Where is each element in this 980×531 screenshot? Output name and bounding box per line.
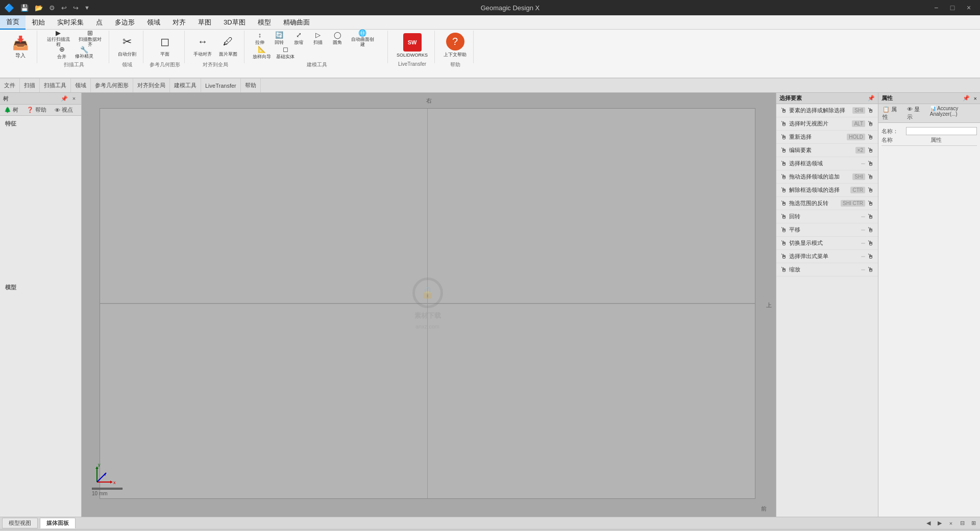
menu-item-model[interactable]: 模型 bbox=[252, 15, 277, 30]
redo-quick-btn[interactable]: ↪ bbox=[71, 3, 81, 13]
viewport[interactable]: 右 上 前 🔒 素材下载 anxz.com bbox=[82, 93, 776, 517]
minimize-btn[interactable]: − bbox=[929, 3, 943, 13]
select-item-3[interactable]: 🖱 编辑要素 ×2 🖱 bbox=[776, 144, 878, 157]
menu-item-realtime[interactable]: 实时采集 bbox=[51, 15, 90, 30]
toolbar-section-align[interactable]: 对齐到全局 bbox=[133, 79, 170, 92]
bottom-tab-media[interactable]: 媒体面板 bbox=[40, 518, 76, 528]
select-panel-pin-btn[interactable]: 📌 bbox=[868, 95, 875, 102]
left-tab-view[interactable]: 👁 视点 bbox=[51, 105, 77, 115]
manual-align-btn[interactable]: ↔ 手动对齐 bbox=[191, 32, 214, 59]
select-item-11[interactable]: 🖱 选择弹出式菜单 🖱 bbox=[776, 250, 878, 263]
left-panel-close-btn[interactable]: × bbox=[70, 94, 78, 103]
maximize-btn[interactable]: □ bbox=[945, 3, 960, 13]
face-sketch-btn[interactable]: 🖊 面片草图 bbox=[216, 32, 240, 59]
revolve-btn[interactable]: 🔄 回转 bbox=[270, 32, 288, 45]
sweep-icon: ▷ bbox=[313, 31, 323, 39]
vp-quad-tr[interactable] bbox=[428, 109, 755, 304]
select-item-12[interactable]: 🖱 缩放 🖱 bbox=[776, 263, 878, 276]
menu-item-region[interactable]: 领域 bbox=[141, 15, 166, 30]
select-item-7[interactable]: 🖱 拖选范围的反转 SHI CTR 🖱 bbox=[776, 197, 878, 210]
repair-btn[interactable]: 🔧 修补精灵 bbox=[73, 46, 95, 59]
scan-align-btn[interactable]: ⊞ 扫描数据对齐 bbox=[75, 32, 105, 45]
viewport-bottom-label: 前 bbox=[761, 505, 767, 513]
close-btn[interactable]: × bbox=[962, 3, 976, 13]
save-quick-btn[interactable]: 💾 bbox=[18, 3, 31, 13]
open-quick-btn[interactable]: 📂 bbox=[33, 3, 45, 13]
toolbar-section-build[interactable]: 建模工具 bbox=[170, 79, 201, 92]
base-solid-btn[interactable]: ◻ 基础实体 bbox=[274, 46, 297, 59]
toolbar-section-scan-tools[interactable]: 扫描工具 bbox=[40, 79, 71, 92]
bottom-nav-close[interactable]: × bbox=[946, 519, 955, 528]
select-item-5[interactable]: 🖱 拖动选择领域的追加 SHI 🖱 bbox=[776, 170, 878, 184]
menu-item-sketch[interactable]: 草图 bbox=[192, 15, 217, 30]
menu-item-align[interactable]: 对齐 bbox=[166, 15, 192, 30]
vp-quad-br[interactable] bbox=[428, 304, 755, 498]
left-tab-tree[interactable]: 🌲 树 bbox=[0, 105, 22, 115]
prop-tab-display[interactable]: 👁 显示 bbox=[903, 104, 926, 122]
bottom-nav-plus[interactable]: ⊞ bbox=[969, 519, 978, 528]
bottom-nav-minus[interactable]: ⊟ bbox=[958, 519, 967, 528]
scan-row2: ⊕ 合并 🔧 修补精灵 bbox=[53, 46, 95, 59]
vp-quad-bl[interactable] bbox=[100, 304, 428, 498]
undo-quick-btn[interactable]: ↩ bbox=[59, 3, 69, 13]
import-btn[interactable]: 📥 导入 bbox=[8, 33, 33, 61]
select-shortcut-6: CTR bbox=[850, 187, 865, 193]
left-tab-help[interactable]: ❓ 帮助 bbox=[22, 105, 51, 115]
loft-guide-btn[interactable]: 📐 放样向导 bbox=[251, 46, 273, 59]
prop-tab-attributes[interactable]: 📋 属性 bbox=[878, 104, 903, 122]
help-btn[interactable]: ? 上下文帮助 bbox=[441, 32, 469, 59]
bottom-nav-prev[interactable]: ◀ bbox=[924, 519, 933, 528]
toolbar-section-file[interactable]: 文件 bbox=[0, 79, 20, 92]
feature-tree-area bbox=[2, 129, 79, 282]
toolbar-section-region[interactable]: 领域 bbox=[71, 79, 91, 92]
scan-align-icon: ⊞ bbox=[85, 29, 94, 37]
menu-item-home[interactable]: 首页 bbox=[0, 15, 26, 30]
select-icon-6: 🖱 bbox=[780, 186, 787, 194]
settings-quick-btn[interactable]: ⚙ bbox=[47, 3, 57, 13]
select-shortcut-3: ×2 bbox=[855, 147, 865, 154]
toolbar-section-scan[interactable]: 扫描 bbox=[20, 79, 40, 92]
menu-item-point[interactable]: 点 bbox=[90, 15, 109, 30]
prop-panel-pin-btn[interactable]: 📌 bbox=[963, 95, 970, 102]
plane-btn[interactable]: ◻ 平面 bbox=[154, 32, 176, 59]
select-item-1[interactable]: 🖱 选择时无视图片 ALT 🖱 bbox=[776, 117, 878, 131]
toolbar-section-ref[interactable]: 参考几何图形 bbox=[91, 79, 133, 92]
select-label-12: 缩放 bbox=[789, 266, 861, 273]
toolbar-section-livetransfer[interactable]: LiveTransfer bbox=[201, 79, 241, 92]
menu-item-surface[interactable]: 精确曲面 bbox=[277, 15, 316, 30]
viewport-grid: 🔒 素材下载 anxz.com bbox=[100, 108, 755, 499]
menu-item-3dsketch[interactable]: 3D草图 bbox=[217, 15, 252, 30]
menu-item-init[interactable]: 初始 bbox=[26, 15, 51, 30]
select-label-2: 重新选择 bbox=[789, 133, 847, 141]
extrude-btn[interactable]: ↕ 拉伸 bbox=[251, 32, 269, 45]
scale-btn[interactable]: ⤢ 放缩 bbox=[289, 32, 308, 45]
auto-split-label: 自动分割 bbox=[118, 51, 136, 58]
select-item-4[interactable]: 🖱 选择框选领域 🖱 bbox=[776, 157, 878, 170]
select-item-10[interactable]: 🖱 切换显示模式 🖱 bbox=[776, 237, 878, 250]
menu-item-polygon[interactable]: 多边形 bbox=[109, 15, 141, 30]
select-icon-8: 🖱 bbox=[780, 213, 787, 220]
more-quick-btn[interactable]: ▼ bbox=[83, 4, 91, 12]
prop-panel-close-btn[interactable]: × bbox=[974, 95, 977, 102]
left-panel-pin-btn[interactable]: 📌 bbox=[60, 94, 68, 103]
vp-quad-tl[interactable] bbox=[100, 109, 428, 304]
scan-flow-btn[interactable]: ▶ 运行扫描流程 bbox=[43, 32, 73, 45]
bottom-nav-next[interactable]: ▶ bbox=[935, 519, 944, 528]
select-item-2[interactable]: 🖱 重新选择 HOLD 🖱 bbox=[776, 131, 878, 144]
toolbar-section-help[interactable]: 帮助 bbox=[241, 79, 261, 92]
merge-btn[interactable]: ⊕ 合并 bbox=[53, 46, 71, 59]
prop-name-row: 名称： bbox=[881, 126, 977, 136]
solidworks-btn[interactable]: SW SOLIDWORKS bbox=[394, 32, 430, 59]
auto-surface-btn[interactable]: 🌐 自动曲面创建 bbox=[348, 32, 377, 45]
svg-text:x: x bbox=[113, 480, 116, 485]
prop-name-input[interactable] bbox=[906, 127, 977, 135]
auto-split-btn[interactable]: ✂ 自动分割 bbox=[115, 32, 139, 59]
select-item-0[interactable]: 🖱 要素的选择或解除选择 SHI 🖱 bbox=[776, 104, 878, 117]
fillet-btn[interactable]: ◯ 圆角 bbox=[328, 32, 347, 45]
select-item-6[interactable]: 🖱 解除框选领域的选择 CTR 🖱 bbox=[776, 184, 878, 197]
select-item-8[interactable]: 🖱 回转 🖱 bbox=[776, 210, 878, 223]
bottom-tab-model[interactable]: 模型视图 bbox=[2, 518, 38, 528]
sweep-btn[interactable]: ▷ 扫描 bbox=[309, 32, 327, 45]
select-item-9[interactable]: 🖱 平移 🖱 bbox=[776, 223, 878, 237]
prop-tab-accuracy[interactable]: 📊 Accuracy Analyzer(...) bbox=[926, 104, 980, 122]
